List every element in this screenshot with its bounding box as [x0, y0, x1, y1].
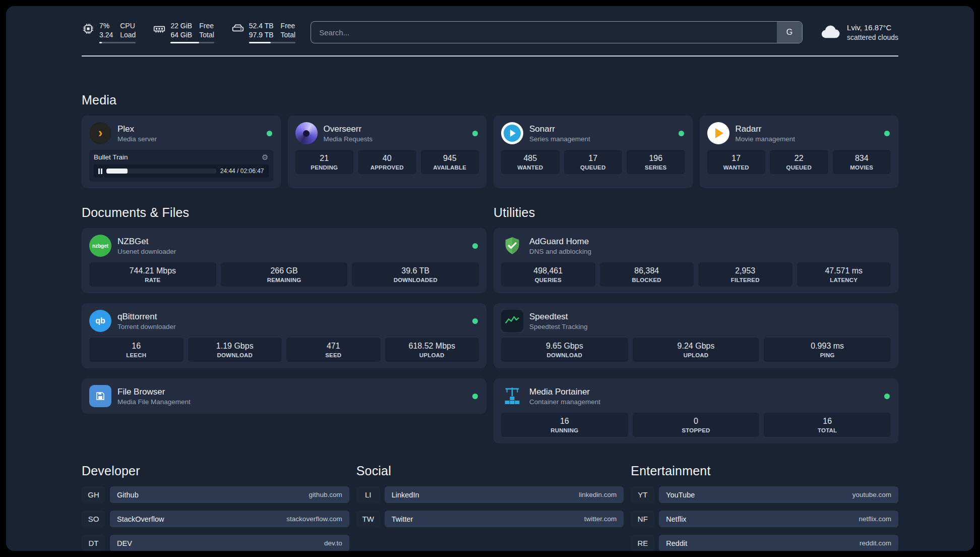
stat-value: 618.52 Mbps — [387, 342, 477, 351]
stat-value: 16 — [91, 342, 181, 351]
stat-value: 16 — [503, 417, 626, 426]
stat-value: 0 — [635, 417, 758, 426]
pause-icon[interactable] — [98, 169, 102, 174]
service-card-portainer[interactable]: Media Portainer Container management 16 … — [494, 378, 898, 443]
section-documents: Documents & Files nzbget NZBGet Usenet d… — [82, 205, 486, 443]
ram-total: 64 GiB — [170, 30, 192, 39]
service-card-plex[interactable]: › Plex Media server Bullet Train ⚙ — [82, 116, 281, 188]
status-dot — [472, 131, 478, 136]
service-card-nzbget[interactable]: nzbget NZBGet Usenet downloader 744.21 M… — [82, 228, 486, 293]
stat-value: 39.6 TB — [354, 266, 477, 275]
bookmark-link: StackOverflow stackoverflow.com — [110, 511, 349, 527]
stat-value: 40 — [360, 154, 414, 163]
bookmark-url: dev.to — [324, 539, 342, 547]
stat-approved: 40 APPROVED — [358, 150, 416, 174]
cloud-icon — [820, 23, 841, 42]
service-name: File Browser — [117, 387, 466, 397]
bookmark-twitter[interactable]: TW Twitter twitter.com — [356, 511, 624, 527]
search-input[interactable] — [311, 22, 777, 43]
stat-queries: 498,461 QUERIES — [501, 262, 595, 287]
status-dot — [472, 318, 478, 324]
stat-latency: 47.571 ms LATENCY — [797, 262, 891, 287]
service-card-filebrowser[interactable]: File Browser Media File Management — [82, 378, 486, 414]
stat-rate: 744.21 Mbps RATE — [89, 262, 216, 287]
radarr-icon — [707, 122, 729, 144]
status-dot — [267, 131, 272, 136]
bookmark-name: Reddit — [666, 539, 687, 547]
service-name: NZBGet — [117, 237, 466, 247]
stat-label: QUEUED — [566, 164, 621, 171]
bookmark-url: linkedin.com — [579, 491, 617, 498]
section-media: Media › Plex Media server Bullet Train ⚙ — [82, 93, 898, 188]
top-bar: 7% 3.24 CPU Load — [82, 21, 898, 43]
cpu-usage-bar — [99, 42, 136, 43]
bookmark-link: Reddit reddit.com — [659, 535, 898, 551]
search-provider-button[interactable]: G — [777, 22, 802, 43]
cpu-icon — [82, 22, 95, 37]
group-title-entertainment: Entertainment — [631, 464, 898, 478]
group-title-developer: Developer — [82, 464, 349, 478]
bookmark-reddit[interactable]: RE Reddit reddit.com — [631, 535, 898, 551]
section-title-utilities: Utilities — [494, 205, 898, 220]
qbittorrent-icon: qb — [89, 310, 111, 332]
bookmark-name: StackOverflow — [117, 515, 164, 523]
service-desc: DNS and adblocking — [529, 248, 891, 255]
stat-value: 9.24 Gbps — [635, 342, 758, 351]
service-desc: Movie management — [736, 135, 879, 143]
section-title-documents: Documents & Files — [82, 205, 486, 220]
stat-wanted: 17 WANTED — [707, 150, 766, 174]
stat-value: 834 — [835, 154, 889, 163]
playback-progress — [106, 169, 216, 174]
bookmark-stackoverflow[interactable]: SO StackOverflow stackoverflow.com — [82, 511, 349, 527]
now-playing-title: Bullet Train — [94, 153, 128, 161]
gear-icon[interactable]: ⚙ — [262, 153, 268, 161]
disk-widget: 52.4 TB 97.9 TB Free Total — [231, 21, 295, 43]
bookmark-linkedin[interactable]: LI LinkedIn linkedin.com — [356, 486, 624, 503]
stat-value: 498,461 — [503, 266, 593, 275]
stat-stopped: 0 STOPPED — [633, 413, 760, 437]
stat-label: DOWNLOADED — [354, 277, 477, 283]
bookmark-netflix[interactable]: NF Netflix netflix.com — [631, 511, 898, 527]
stat-value: 744.21 Mbps — [91, 266, 214, 275]
stat-remaining: 266 GB REMAINING — [221, 262, 348, 287]
status-dot — [884, 394, 890, 399]
bookmark-url: youtube.com — [852, 491, 891, 498]
stat-value: 485 — [503, 154, 558, 163]
service-card-radarr[interactable]: Radarr Movie management 17 WANTED 22 QUE… — [700, 116, 899, 188]
service-desc: Media server — [117, 135, 261, 143]
stat-label: RATE — [91, 277, 214, 283]
bookmark-name: Netflix — [666, 515, 686, 523]
search-bar: G — [311, 21, 803, 43]
cpu-label: CPU — [120, 21, 136, 30]
bookmark-name: DEV — [117, 539, 132, 547]
portainer-icon — [501, 385, 523, 407]
service-card-speedtest[interactable]: Speedtest Speedtest Tracking 9.65 Gbps D… — [494, 303, 898, 368]
bookmark-url: twitter.com — [584, 515, 617, 523]
bookmark-link: Github github.com — [110, 486, 349, 503]
service-card-adguard[interactable]: AdGuard Home DNS and adblocking 498,461 … — [494, 228, 898, 293]
bookmark-link: DEV dev.to — [110, 535, 349, 551]
sonarr-icon — [501, 122, 523, 144]
service-card-overseerr[interactable]: Overseerr Media Requests 21 PENDING 40 A… — [288, 116, 487, 188]
stat-value: 17 — [709, 154, 764, 163]
bookmark-name: YouTube — [666, 491, 695, 499]
stat-label: FILTERED — [700, 277, 790, 283]
service-card-sonarr[interactable]: Sonarr Series management 485 WANTED 17 Q… — [494, 116, 693, 188]
bookmark-abbr: RE — [631, 535, 654, 551]
bookmark-youtube[interactable]: YT YouTube youtube.com — [631, 486, 898, 503]
speedtest-icon — [501, 310, 523, 332]
status-dot — [884, 131, 890, 136]
now-playing: Bullet Train ⚙ 24:44 / 02:06:47 — [89, 150, 273, 182]
stat-label: LATENCY — [799, 277, 889, 283]
status-dot — [472, 243, 478, 249]
ram-free: 22 GiB — [170, 21, 192, 30]
bookmark-group-developer: Developer GH Github github.com SO StackO… — [82, 464, 349, 551]
bookmark-github[interactable]: GH Github github.com — [82, 486, 349, 503]
bookmark-abbr: YT — [631, 486, 654, 503]
bookmark-abbr: GH — [82, 486, 105, 503]
stat-value: 196 — [629, 154, 683, 163]
bookmark-dev[interactable]: DT DEV dev.to — [82, 535, 349, 551]
group-title-social: Social — [356, 464, 624, 478]
service-card-qbittorrent[interactable]: qb qBittorrent Torrent downloader 16 LEE… — [82, 303, 486, 368]
stat-label: PING — [766, 352, 889, 358]
